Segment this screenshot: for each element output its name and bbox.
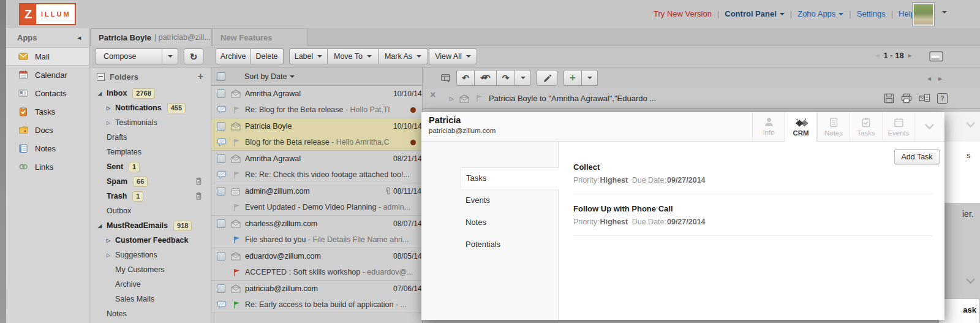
- add-folder-icon[interactable]: +: [198, 72, 203, 82]
- tab-info[interactable]: Info: [752, 112, 785, 141]
- folder-trash[interactable]: Trash1: [89, 189, 211, 203]
- empty-folder-trash-icon[interactable]: [195, 191, 203, 200]
- flag-icon[interactable]: [232, 300, 245, 310]
- save-icon[interactable]: [884, 93, 894, 104]
- select-all-checkbox[interactable]: [217, 72, 225, 81]
- sidebar-item-notes[interactable]: Notes: [6, 139, 89, 158]
- folder-drafts[interactable]: Drafts: [89, 130, 211, 145]
- tab-notes[interactable]: Notes: [817, 112, 850, 141]
- sidebar-item-contacts[interactable]: Contacts: [6, 84, 89, 102]
- sidebar-item-calendar[interactable]: Calendar: [6, 66, 89, 84]
- crm-nav-tasks[interactable]: Tasks: [461, 167, 559, 189]
- view-all-dropdown[interactable]: View All: [429, 48, 477, 64]
- prev-message-icon[interactable]: ◂: [927, 74, 931, 83]
- add-task-button[interactable]: Add Task: [894, 149, 940, 164]
- flag-icon[interactable]: [232, 268, 245, 277]
- delete-button[interactable]: Delete: [251, 48, 284, 64]
- folder-customer-feedback[interactable]: ▷Customer Feedback: [89, 233, 211, 248]
- more-tabs-chevron-icon[interactable]: [914, 112, 943, 141]
- flag-icon[interactable]: [232, 105, 245, 115]
- flag-icon[interactable]: [232, 203, 245, 212]
- zillum-logo[interactable]: Z ILLUM: [19, 3, 76, 25]
- triangle-expanded-icon[interactable]: ◢: [98, 223, 102, 229]
- zoho-apps-link[interactable]: Zoho Apps: [797, 9, 843, 18]
- background-add-task-button-fragment[interactable]: ask: [938, 298, 980, 323]
- task-item[interactable]: Collect Priority:Highest Due Date:09/27/…: [573, 162, 932, 194]
- reading-pane-layout-icon[interactable]: [927, 48, 945, 64]
- refresh-button[interactable]: ↻: [184, 48, 203, 64]
- row-checkbox[interactable]: [217, 122, 225, 131]
- row-checkbox[interactable]: [217, 187, 225, 196]
- reply-button[interactable]: ↶: [456, 70, 475, 86]
- row-checkbox[interactable]: [217, 252, 225, 260]
- folder-sent[interactable]: Sent1: [89, 159, 211, 174]
- flag-icon[interactable]: [232, 235, 245, 245]
- more-reply-options-button[interactable]: [515, 70, 531, 86]
- expand-message-icon[interactable]: ▷: [450, 96, 454, 102]
- folder-archive[interactable]: Archive: [89, 277, 211, 292]
- user-avatar[interactable]: [912, 2, 935, 26]
- label-dropdown[interactable]: Label: [289, 48, 328, 64]
- sort-by-date-dropdown[interactable]: Sort by Date: [244, 72, 295, 81]
- row-checkbox[interactable]: [217, 154, 225, 163]
- close-icon[interactable]: ×: [430, 89, 435, 101]
- archive-button[interactable]: Archive: [216, 48, 251, 64]
- folder-notes[interactable]: Notes: [89, 306, 211, 321]
- folder-notifications[interactable]: ▷Notifications455: [89, 101, 211, 115]
- folder-mustreademails[interactable]: ◢MustReadEmails918: [89, 218, 211, 233]
- crm-nav-events[interactable]: Events: [461, 189, 558, 211]
- triangle-collapsed-icon[interactable]: ▷: [107, 105, 110, 111]
- mail-row[interactable]: eduardov@zillum.com 08/05/14 ACCEPTED : …: [211, 248, 422, 281]
- folder-outbox[interactable]: Outbox: [89, 203, 211, 218]
- tab-events[interactable]: Events: [882, 112, 914, 141]
- page-next-icon[interactable]: ▸: [908, 51, 912, 59]
- mail-row[interactable]: admin@zillum.com 08/11/14 Event Updated …: [211, 183, 422, 216]
- conversation-view-icon[interactable]: [441, 74, 451, 83]
- folder-inbox[interactable]: ◢Inbox2768: [89, 86, 211, 101]
- folder-my-customers[interactable]: My Customers: [89, 262, 211, 277]
- flag-icon[interactable]: [232, 170, 245, 180]
- edit-draft-button[interactable]: [537, 70, 557, 86]
- try-new-version-link[interactable]: Try New Version: [654, 9, 712, 18]
- next-message-icon[interactable]: ▸: [938, 74, 942, 83]
- triangle-collapsed-icon[interactable]: ▷: [107, 238, 110, 243]
- sidebar-item-docs[interactable]: Docs: [6, 121, 89, 139]
- mail-row[interactable]: Amritha Agrawal 10/10/14 Re: Blog for th…: [211, 86, 422, 118]
- view-original-mail-icon[interactable]: [919, 93, 930, 104]
- folder-templates[interactable]: Templates: [89, 145, 211, 159]
- flag-icon[interactable]: [475, 94, 484, 103]
- row-checkbox[interactable]: [217, 89, 225, 98]
- tab-new-features[interactable]: New Features: [213, 28, 307, 46]
- help-icon[interactable]: ?: [937, 93, 948, 104]
- tab-crm[interactable]: CRM: [785, 112, 817, 142]
- settings-link[interactable]: Settings: [857, 9, 886, 18]
- tab-tasks[interactable]: Tasks: [850, 112, 882, 141]
- row-checkbox[interactable]: [217, 284, 225, 293]
- compose-button[interactable]: Compose: [95, 48, 162, 64]
- folder-spam[interactable]: Spam66: [89, 174, 211, 189]
- mail-row-selected[interactable]: Patricia Boyle 10/10/14 Blog for the Bet…: [211, 118, 422, 151]
- move-to-dropdown[interactable]: Move To: [328, 48, 379, 64]
- mail-row[interactable]: Amritha Agrawal 08/21/14 Re: Re: Check t…: [211, 151, 422, 183]
- page-prev-icon[interactable]: ◂: [876, 51, 880, 59]
- print-icon[interactable]: [901, 93, 912, 104]
- sidebar-item-tasks[interactable]: Tasks: [6, 102, 89, 121]
- folders-collapse-icon[interactable]: [97, 73, 105, 81]
- crm-nav-potentials[interactable]: Potentials: [461, 234, 558, 256]
- reply-all-button[interactable]: ↶↶: [475, 70, 497, 86]
- tab-patricia-boyle[interactable]: Patricia Boyle | patriciab@zill...: [91, 28, 211, 46]
- triangle-collapsed-icon[interactable]: ▷: [107, 253, 110, 258]
- folder-testimonials[interactable]: ▷Testimonials: [89, 115, 211, 130]
- control-panel-link[interactable]: Control Panel: [725, 9, 785, 18]
- mail-row[interactable]: charless@zillum.com 08/07/14 File shared…: [211, 216, 422, 248]
- row-checkbox[interactable]: [217, 219, 225, 228]
- folder-suggestions[interactable]: ▷Suggestions: [89, 248, 211, 262]
- empty-folder-trash-icon[interactable]: [195, 177, 203, 186]
- mark-as-dropdown[interactable]: Mark As: [379, 48, 428, 64]
- task-item[interactable]: Follow Up with Phone Call Priority:Highe…: [573, 204, 932, 236]
- sidebar-collapse-icon[interactable]: ◂: [78, 34, 81, 41]
- flag-icon[interactable]: [232, 138, 245, 147]
- triangle-expanded-icon[interactable]: ◢: [98, 91, 102, 96]
- mail-row[interactable]: patriciab@zillum.com 07/06/14 Re: Early …: [211, 281, 422, 313]
- compose-menu-button[interactable]: [162, 48, 178, 64]
